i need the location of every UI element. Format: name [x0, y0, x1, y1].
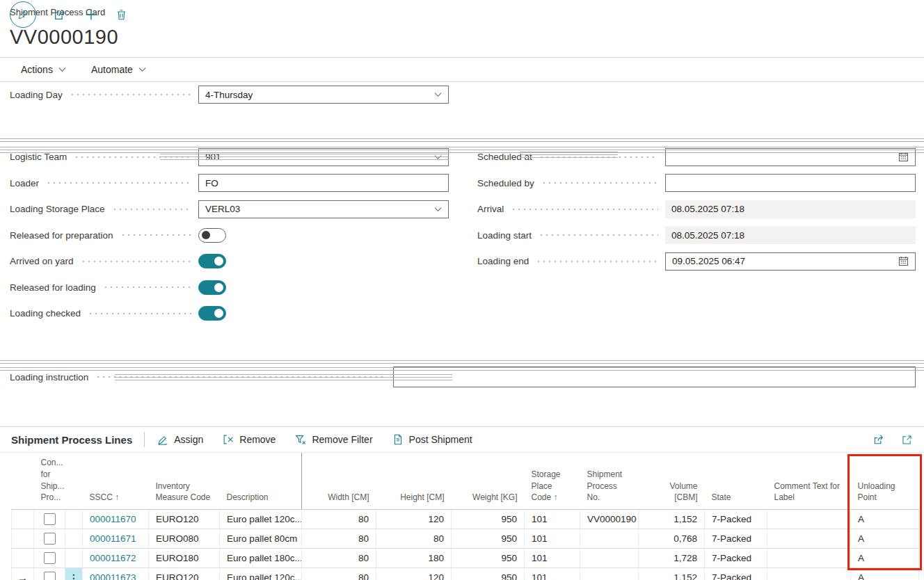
assign-button[interactable]: Assign	[157, 433, 203, 446]
dotted-leader	[81, 261, 191, 262]
comment-cell[interactable]	[767, 529, 851, 549]
add-icon[interactable]	[84, 8, 98, 22]
storage-place-cell[interactable]: 101	[525, 529, 580, 549]
shipment-process-no-cell[interactable]	[580, 549, 639, 568]
width-cell[interactable]: 80	[302, 549, 376, 568]
row-select-checkbox[interactable]	[44, 513, 56, 525]
state-cell[interactable]: 7-Packed	[705, 568, 767, 580]
sscc-link[interactable]: 000011670	[90, 514, 136, 524]
col-unloading-point[interactable]: Unloading Point	[851, 453, 919, 510]
weight-cell[interactable]: 950	[452, 529, 525, 549]
shipment-process-no-cell[interactable]: VV0000190	[580, 510, 639, 529]
share-icon[interactable]	[53, 8, 67, 22]
remove-filter-button[interactable]: Remove Filter	[294, 433, 372, 446]
width-cell[interactable]: 80	[302, 529, 376, 549]
delete-icon[interactable]	[115, 8, 128, 22]
row-select-checkbox[interactable]	[44, 572, 56, 580]
state-cell[interactable]: 7-Packed	[705, 510, 767, 529]
inventory-measure-cell[interactable]: EURO080	[149, 529, 220, 549]
field-label: Scheduled at	[477, 152, 532, 162]
storage-place-cell[interactable]: 101	[525, 549, 580, 568]
comment-cell[interactable]	[767, 510, 851, 529]
row-select-checkbox[interactable]	[44, 552, 56, 564]
weight-cell[interactable]: 950	[452, 568, 525, 580]
sscc-link[interactable]: 000011671	[90, 533, 136, 544]
row-select-checkbox[interactable]	[44, 533, 56, 545]
released-for-loading-toggle[interactable]	[198, 280, 226, 295]
unloading-point-cell[interactable]: A	[851, 510, 919, 529]
sscc-link[interactable]: 000011673	[90, 572, 136, 580]
col-shipment-process-no[interactable]: Shipment Process No.	[580, 453, 639, 510]
scheduled-by-input[interactable]	[672, 178, 909, 188]
storage-place-cell[interactable]: 101	[525, 568, 580, 580]
post-shipment-button[interactable]: Post Shipment	[392, 433, 472, 446]
width-cell[interactable]: 80	[302, 510, 376, 529]
arrival-value: 08.05.2025 07:18	[671, 204, 744, 214]
col-storage-place-code[interactable]: Storage Place Code ↑	[525, 453, 580, 510]
released-for-preparation-toggle[interactable]	[198, 228, 226, 243]
unloading-point-cell[interactable]: A	[851, 549, 919, 568]
edit-icon[interactable]	[10, 1, 36, 28]
inventory-measure-cell[interactable]: EURO120	[149, 568, 220, 580]
calendar-icon[interactable]	[898, 256, 909, 266]
loading-start-value: 08.05.2025 07:18	[671, 230, 744, 241]
col-weight[interactable]: Weight [KG]	[452, 453, 525, 510]
inventory-measure-cell[interactable]: EURO180	[149, 549, 220, 568]
col-volume[interactable]: Volume [CBM]	[639, 453, 705, 510]
shipment-process-no-cell[interactable]	[580, 568, 639, 580]
scheduled-at-input[interactable]	[672, 152, 898, 162]
open-in-new-icon[interactable]	[901, 434, 913, 446]
height-cell[interactable]: 180	[376, 549, 452, 568]
weight-cell[interactable]: 950	[452, 510, 525, 529]
comment-cell[interactable]	[767, 568, 851, 580]
loading-day-select[interactable]: 4-Thursday	[198, 86, 449, 104]
description-cell[interactable]: Euro pallet 80cm	[220, 529, 302, 549]
shipment-process-no-cell[interactable]	[580, 529, 639, 549]
description-cell[interactable]: Euro pallet 120c...	[220, 510, 302, 529]
menu-automate[interactable]: Automate	[91, 64, 146, 75]
col-description[interactable]: Description	[220, 453, 302, 510]
col-height[interactable]: Height [CM]	[376, 453, 452, 510]
state-cell[interactable]: 7-Packed	[705, 549, 767, 568]
width-cell[interactable]: 80	[302, 568, 376, 580]
loading-storage-place-select[interactable]: VERL03	[198, 200, 449, 218]
col-menu	[65, 453, 83, 510]
col-width[interactable]: Width [CM]	[302, 453, 376, 510]
loader-input[interactable]	[205, 178, 442, 188]
height-cell[interactable]: 80	[376, 529, 452, 549]
menu-actions[interactable]: Actions	[21, 64, 66, 75]
description-cell[interactable]: Euro pallet 120c...	[220, 568, 302, 580]
comment-cell[interactable]	[767, 549, 851, 568]
dotted-leader	[511, 209, 658, 210]
sscc-link[interactable]: 000011672	[90, 553, 136, 563]
inventory-measure-cell[interactable]: EURO120	[149, 510, 220, 529]
command-bar: Actions Automate	[0, 57, 924, 82]
volume-cell[interactable]: 1,152	[639, 510, 705, 529]
col-comment-text[interactable]: Comment Text for Label	[767, 453, 851, 510]
volume-cell[interactable]: 0,768	[639, 529, 705, 549]
col-inventory-measure-code[interactable]: Inventory Measure Code	[149, 453, 220, 510]
remove-button[interactable]: Remove	[222, 433, 276, 446]
weight-cell[interactable]: 950	[452, 549, 525, 568]
calendar-icon[interactable]	[898, 152, 909, 162]
share-icon[interactable]	[873, 433, 886, 446]
storage-place-cell[interactable]: 101	[525, 510, 580, 529]
stitch-artifact	[0, 138, 924, 143]
col-state[interactable]: State	[705, 453, 767, 510]
volume-cell[interactable]: 1,728	[639, 549, 705, 568]
col-sscc[interactable]: SSCC ↑	[83, 453, 149, 510]
height-cell[interactable]: 120	[376, 510, 452, 529]
unloading-point-cell[interactable]: A	[851, 529, 919, 549]
field-label: Loading start	[477, 230, 532, 241]
arrived-on-yard-toggle[interactable]	[198, 254, 226, 268]
state-cell[interactable]: 7-Packed	[705, 529, 767, 549]
loading-instruction-input[interactable]	[400, 372, 909, 382]
description-cell[interactable]: Euro pallet 180c...	[220, 549, 302, 568]
loading-checked-toggle[interactable]	[198, 306, 226, 321]
logistic-team-select[interactable]: 901	[198, 148, 449, 166]
unloading-point-cell[interactable]: A	[851, 568, 919, 580]
loading-end-input[interactable]	[672, 256, 898, 266]
height-cell[interactable]: 120	[376, 568, 452, 580]
volume-cell[interactable]: 1,152	[639, 568, 705, 580]
row-menu-icon[interactable]	[69, 573, 79, 580]
